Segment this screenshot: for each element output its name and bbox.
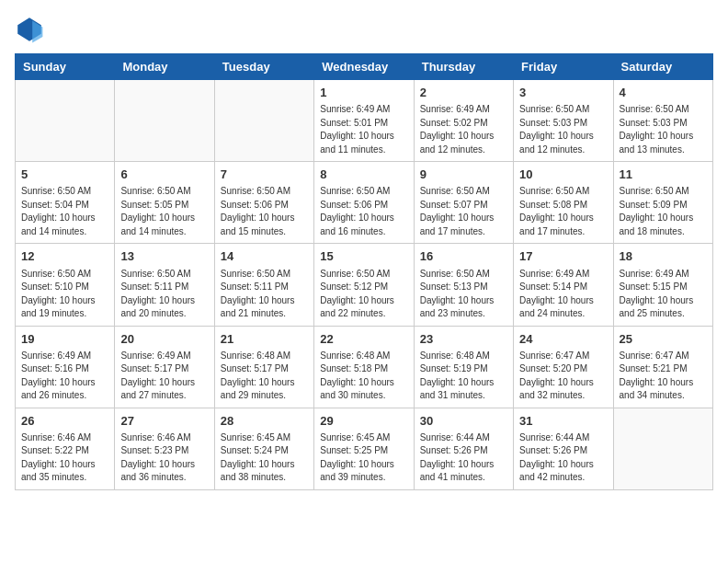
day-number: 24 <box>519 331 607 348</box>
day-info: Sunrise: 6:44 AMSunset: 5:26 PMDaylight:… <box>519 431 607 485</box>
calendar-cell: 25Sunrise: 6:47 AMSunset: 5:21 PMDayligh… <box>613 326 712 408</box>
day-number: 31 <box>519 413 607 430</box>
weekday-header-tuesday: Tuesday <box>214 54 313 80</box>
day-info: Sunrise: 6:50 AMSunset: 5:07 PMDaylight:… <box>420 185 507 238</box>
day-info: Sunrise: 6:49 AMSunset: 5:01 PMDaylight:… <box>320 103 407 156</box>
calendar-cell: 16Sunrise: 6:50 AMSunset: 5:13 PMDayligh… <box>414 244 513 326</box>
day-info: Sunrise: 6:50 AMSunset: 5:03 PMDaylight:… <box>620 103 707 156</box>
calendar-cell: 17Sunrise: 6:49 AMSunset: 5:14 PMDayligh… <box>514 244 613 326</box>
calendar-cell: 22Sunrise: 6:48 AMSunset: 5:18 PMDayligh… <box>314 326 414 408</box>
day-info: Sunrise: 6:46 AMSunset: 5:22 PMDaylight:… <box>21 431 108 485</box>
calendar-cell: 15Sunrise: 6:50 AMSunset: 5:12 PMDayligh… <box>314 244 414 326</box>
day-number: 30 <box>420 413 507 430</box>
day-info: Sunrise: 6:50 AMSunset: 5:11 PMDaylight:… <box>221 268 308 321</box>
calendar-cell: 24Sunrise: 6:47 AMSunset: 5:20 PMDayligh… <box>514 326 613 408</box>
calendar-cell: 8Sunrise: 6:50 AMSunset: 5:06 PMDaylight… <box>314 162 414 244</box>
calendar-cell <box>16 80 115 162</box>
day-number: 14 <box>221 248 308 265</box>
day-info: Sunrise: 6:50 AMSunset: 5:08 PMDaylight:… <box>519 185 607 238</box>
calendar-cell: 11Sunrise: 6:50 AMSunset: 5:09 PMDayligh… <box>613 162 712 244</box>
calendar-cell: 2Sunrise: 6:49 AMSunset: 5:02 PMDaylight… <box>414 80 513 162</box>
day-number: 29 <box>320 413 407 430</box>
day-number: 19 <box>21 331 108 348</box>
day-number: 9 <box>420 167 507 183</box>
day-info: Sunrise: 6:46 AMSunset: 5:23 PMDaylight:… <box>120 431 208 485</box>
calendar-cell: 5Sunrise: 6:50 AMSunset: 5:04 PMDaylight… <box>16 162 115 244</box>
day-info: Sunrise: 6:48 AMSunset: 5:17 PMDaylight:… <box>221 350 308 403</box>
weekday-header-sunday: Sunday <box>16 54 115 80</box>
day-number: 6 <box>120 167 208 183</box>
day-number: 12 <box>21 248 108 265</box>
day-number: 13 <box>120 248 208 265</box>
day-number: 5 <box>21 167 108 183</box>
day-info: Sunrise: 6:50 AMSunset: 5:11 PMDaylight:… <box>120 268 208 321</box>
calendar-cell: 23Sunrise: 6:48 AMSunset: 5:19 PMDayligh… <box>414 326 513 408</box>
page-container: SundayMondayTuesdayWednesdayThursdayFrid… <box>0 0 728 500</box>
day-number: 16 <box>420 248 507 265</box>
day-number: 22 <box>320 331 407 348</box>
calendar-cell: 12Sunrise: 6:50 AMSunset: 5:10 PMDayligh… <box>16 244 115 326</box>
day-info: Sunrise: 6:49 AMSunset: 5:17 PMDaylight:… <box>120 350 208 403</box>
weekday-header-thursday: Thursday <box>414 54 513 80</box>
day-number: 26 <box>21 413 108 430</box>
calendar-cell: 3Sunrise: 6:50 AMSunset: 5:03 PMDaylight… <box>514 80 613 162</box>
day-info: Sunrise: 6:50 AMSunset: 5:03 PMDaylight:… <box>519 103 607 156</box>
calendar-cell: 14Sunrise: 6:50 AMSunset: 5:11 PMDayligh… <box>214 244 313 326</box>
calendar-cell: 10Sunrise: 6:50 AMSunset: 5:08 PMDayligh… <box>514 162 613 244</box>
day-info: Sunrise: 6:48 AMSunset: 5:18 PMDaylight:… <box>320 350 407 403</box>
day-number: 1 <box>320 85 407 101</box>
calendar-cell: 27Sunrise: 6:46 AMSunset: 5:23 PMDayligh… <box>115 408 214 489</box>
calendar-cell: 18Sunrise: 6:49 AMSunset: 5:15 PMDayligh… <box>613 244 712 326</box>
week-row-2: 5Sunrise: 6:50 AMSunset: 5:04 PMDaylight… <box>16 162 713 244</box>
calendar-cell: 30Sunrise: 6:44 AMSunset: 5:26 PMDayligh… <box>414 408 513 489</box>
calendar-cell: 29Sunrise: 6:45 AMSunset: 5:25 PMDayligh… <box>314 408 414 489</box>
day-number: 17 <box>519 248 607 265</box>
calendar-cell <box>214 80 313 162</box>
weekday-header-saturday: Saturday <box>613 54 712 80</box>
day-number: 18 <box>620 248 707 265</box>
day-info: Sunrise: 6:50 AMSunset: 5:04 PMDaylight:… <box>21 185 108 238</box>
weekday-header-monday: Monday <box>115 54 214 80</box>
calendar-cell: 4Sunrise: 6:50 AMSunset: 5:03 PMDaylight… <box>613 80 712 162</box>
calendar-cell: 26Sunrise: 6:46 AMSunset: 5:22 PMDayligh… <box>16 408 115 489</box>
day-number: 23 <box>420 331 507 348</box>
day-info: Sunrise: 6:50 AMSunset: 5:06 PMDaylight:… <box>221 185 308 238</box>
day-info: Sunrise: 6:50 AMSunset: 5:10 PMDaylight:… <box>21 268 108 321</box>
day-info: Sunrise: 6:50 AMSunset: 5:05 PMDaylight:… <box>120 185 208 238</box>
day-number: 15 <box>320 248 407 265</box>
calendar-cell: 19Sunrise: 6:49 AMSunset: 5:16 PMDayligh… <box>16 326 115 408</box>
day-info: Sunrise: 6:49 AMSunset: 5:16 PMDaylight:… <box>21 350 108 403</box>
week-row-1: 1Sunrise: 6:49 AMSunset: 5:01 PMDaylight… <box>16 80 713 162</box>
calendar-cell: 13Sunrise: 6:50 AMSunset: 5:11 PMDayligh… <box>115 244 214 326</box>
logo-icon <box>15 15 44 44</box>
calendar-cell <box>613 408 712 489</box>
day-number: 20 <box>120 331 208 348</box>
calendar-cell: 21Sunrise: 6:48 AMSunset: 5:17 PMDayligh… <box>214 326 313 408</box>
day-info: Sunrise: 6:50 AMSunset: 5:09 PMDaylight:… <box>620 185 707 238</box>
weekday-header-row: SundayMondayTuesdayWednesdayThursdayFrid… <box>16 54 713 80</box>
day-number: 3 <box>519 85 607 101</box>
day-info: Sunrise: 6:50 AMSunset: 5:06 PMDaylight:… <box>320 185 407 238</box>
day-info: Sunrise: 6:50 AMSunset: 5:12 PMDaylight:… <box>320 268 407 321</box>
calendar-table: SundayMondayTuesdayWednesdayThursdayFrid… <box>15 53 713 490</box>
week-row-4: 19Sunrise: 6:49 AMSunset: 5:16 PMDayligh… <box>16 326 713 408</box>
week-row-5: 26Sunrise: 6:46 AMSunset: 5:22 PMDayligh… <box>16 408 713 489</box>
calendar-cell: 20Sunrise: 6:49 AMSunset: 5:17 PMDayligh… <box>115 326 214 408</box>
day-info: Sunrise: 6:47 AMSunset: 5:21 PMDaylight:… <box>620 350 707 403</box>
day-number: 21 <box>221 331 308 348</box>
day-number: 7 <box>221 167 308 183</box>
day-number: 25 <box>620 331 707 348</box>
day-info: Sunrise: 6:49 AMSunset: 5:02 PMDaylight:… <box>420 103 507 156</box>
weekday-header-friday: Friday <box>514 54 613 80</box>
day-number: 28 <box>221 413 308 430</box>
day-number: 2 <box>420 85 507 101</box>
day-number: 4 <box>620 85 707 101</box>
calendar-cell: 31Sunrise: 6:44 AMSunset: 5:26 PMDayligh… <box>514 408 613 489</box>
calendar-cell: 1Sunrise: 6:49 AMSunset: 5:01 PMDaylight… <box>314 80 414 162</box>
calendar-cell: 28Sunrise: 6:45 AMSunset: 5:24 PMDayligh… <box>214 408 313 489</box>
day-number: 10 <box>519 167 607 183</box>
day-info: Sunrise: 6:49 AMSunset: 5:15 PMDaylight:… <box>620 268 707 321</box>
day-number: 11 <box>620 167 707 183</box>
logo <box>15 15 48 44</box>
calendar-cell: 7Sunrise: 6:50 AMSunset: 5:06 PMDaylight… <box>214 162 313 244</box>
